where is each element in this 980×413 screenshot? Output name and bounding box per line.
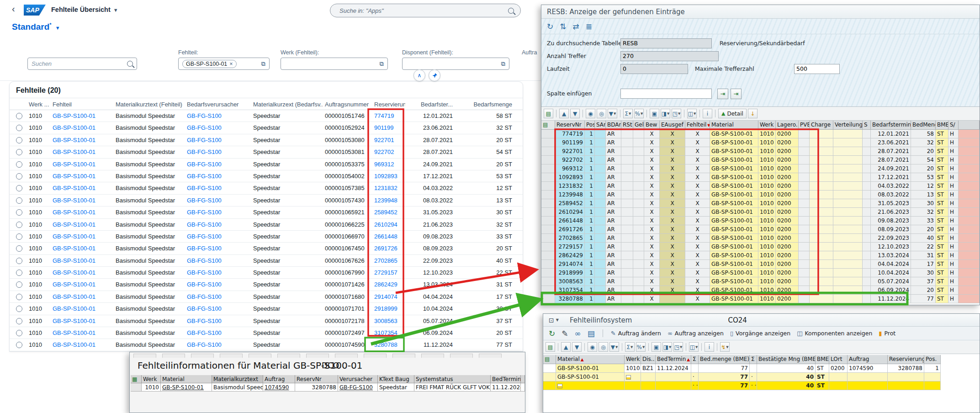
dco-header-auftrag[interactable]: Auftrag <box>263 375 295 383</box>
co24-grid-header[interactable]: ▤Material▲WerkDis..BedTermin▲ΣBed.menge … <box>543 355 980 364</box>
cell-fehlteil[interactable]: GB-SP-S100-01 <box>53 137 116 143</box>
table-row[interactable]: 1010GB-SP-S100-01Basismodul SpeedstarGB-… <box>10 134 523 146</box>
table-row[interactable]: 1010GB-SP-S100-01Basismodul SpeedstarGB-… <box>10 122 523 134</box>
resb-row[interactable]: 30085631ARXXXGB-SP-S100-011010020005.07.… <box>541 277 980 286</box>
button-pencil[interactable]: ✎Auftrag ändern <box>611 330 661 337</box>
search-icon[interactable] <box>508 8 514 14</box>
screen-icon[interactable]: ⊡ <box>549 317 554 324</box>
resb-header-eausgef[interactable]: EAusgef <box>660 121 685 130</box>
row-radio-button[interactable] <box>16 258 22 264</box>
log-icon[interactable]: ≣ <box>586 22 592 31</box>
row-radio-button[interactable] <box>16 281 22 288</box>
dco-header-termin[interactable]: BedTermin <box>491 375 521 383</box>
resb-row[interactable]: 27291571ARXXXGB-SP-S100-011010020012.10.… <box>541 243 980 251</box>
cell-res[interactable]: 3008563 <box>374 318 405 324</box>
cell-res[interactable]: 2729157 <box>374 269 405 276</box>
print-icon[interactable]: ▣ <box>652 342 661 352</box>
cell-res[interactable]: 3280788 <box>374 341 405 348</box>
doc-icon[interactable]: ▤ <box>588 329 595 338</box>
co24-header-menge[interactable]: Bed.menge (BME) <box>699 355 750 364</box>
cell-fehlteil[interactable]: GB-SP-S100-01 <box>53 305 116 312</box>
cell-res[interactable]: 1092893 <box>374 173 405 180</box>
cell-res[interactable]: 2610294 <box>374 221 405 228</box>
row-radio-button[interactable] <box>16 149 22 155</box>
resb-header-sar[interactable]: SAr <box>595 121 606 130</box>
resb-row[interactable]: 9011991ARXXXGB-SP-S100-011010020023.06.2… <box>541 138 980 147</box>
cell-verursacher[interactable]: GB-FG-S100 <box>187 112 252 119</box>
fehlteil-field[interactable]: GB-SP-S100-01× ⧉ <box>178 58 270 70</box>
row-radio-button[interactable] <box>16 222 22 228</box>
table-icon[interactable]: ◫▼ <box>687 109 697 118</box>
co24-header-auftrag[interactable]: Auftrag <box>848 355 888 364</box>
cell-res[interactable]: 1231832 <box>374 185 405 191</box>
resb-header-fill[interactable] <box>959 121 980 130</box>
co24-header-material[interactable]: Material▲ <box>556 355 625 364</box>
cell-fehlteil[interactable]: GB-SP-S100-01 <box>53 329 116 336</box>
cell-fehlteil[interactable]: GB-SP-S100-01 <box>53 173 116 180</box>
cell-verursacher[interactable]: GB-FG-S100 <box>187 233 252 240</box>
pencil-icon[interactable]: ✎ <box>562 329 568 338</box>
print-icon[interactable]: ▣ <box>650 109 659 118</box>
resb-row[interactable]: 10928931ARXXXGB-SP-S100-011010020017.12.… <box>541 173 980 182</box>
co24-row[interactable]: · ·77· ·40ST <box>543 381 980 390</box>
column-header-termin[interactable]: Bedarfster... <box>402 101 453 108</box>
cell-res[interactable]: 2589452 <box>374 209 405 216</box>
resb-header-lagerort[interactable]: Lagero... <box>776 121 799 130</box>
resb-row[interactable]: 12318321ARXXXGB-SP-S100-011010020004.03.… <box>541 182 980 191</box>
co24-row[interactable]: GB-SP-S100-011010BZ111.12.20247740ST0200… <box>543 364 980 373</box>
views-icon[interactable]: ◨▼ <box>662 342 672 352</box>
co24-header-lort[interactable]: LOrt <box>829 355 848 364</box>
cell-verursacher[interactable]: GB-FG-S100 <box>187 281 252 288</box>
resb-header-termin[interactable]: Bedarfstermin <box>871 121 911 130</box>
cell-fehlteil[interactable]: GB-SP-S100-01 <box>53 281 116 288</box>
button-components[interactable]: ◫Komponenten anzeigen <box>797 330 872 337</box>
spalte-input[interactable] <box>620 89 712 99</box>
remove-token-icon[interactable]: × <box>229 61 233 67</box>
button-operations[interactable]: ▯Vorgänge anzeigen <box>730 330 790 337</box>
cell-verursacher[interactable]: GB-FG-S100 <box>187 318 252 324</box>
dco-header-ktext[interactable]: KText Baug <box>378 375 414 383</box>
disponent-field[interactable]: ⧉ <box>402 58 509 70</box>
cell-res[interactable]: 2862429 <box>374 281 405 288</box>
cell-verursacher[interactable]: GB-FG-S100 <box>187 124 252 131</box>
cell-verursacher[interactable]: GB-FG-S100 <box>187 329 252 336</box>
dco-header-sel[interactable]: ▦ <box>131 375 142 383</box>
insert-column-button[interactable]: ⇥ <box>717 89 728 99</box>
views-icon[interactable]: ◨▼ <box>661 109 670 118</box>
column-header-auftrag[interactable]: Auftragsnummer <box>325 101 373 108</box>
co24-header-best[interactable]: Bestätigte Mng (BME) <box>757 355 816 364</box>
sum-icon[interactable]: Σ▼ <box>625 342 635 352</box>
werk-field[interactable]: ⧉ <box>281 58 388 70</box>
cell-verursacher[interactable]: GB-FG-S100 <box>187 209 252 216</box>
column-header-verursacher[interactable]: Bedarfsverursacher <box>187 101 252 108</box>
cell-res[interactable]: 2702865 <box>374 257 405 264</box>
resb-row[interactable]: 28624291ARXXXGB-SP-S100-011010020013.03.… <box>541 251 980 260</box>
dco-header-verurs[interactable]: Verursacher <box>338 375 378 383</box>
row-radio-button[interactable] <box>16 306 22 312</box>
cell-fehlteil[interactable]: GB-SP-S100-01 <box>53 185 116 191</box>
cell-fehlteil[interactable]: GB-SP-S100-01 <box>53 112 116 119</box>
insert-column-after-button[interactable]: ⇥ <box>731 89 742 99</box>
resb-header-bdar[interactable]: BDAr <box>606 121 621 130</box>
tabelle-value-field[interactable]: RESB <box>620 38 712 48</box>
table-row[interactable]: 1010GB-SP-S100-01Basismodul SpeedstarGB-… <box>10 195 523 206</box>
cell-res[interactable]: 969312 <box>374 161 405 168</box>
resb-header-sl[interactable]: S/ <box>948 121 959 130</box>
table-row[interactable]: 1010GB-SP-S100-01Basismodul SpeedstarGB-… <box>10 303 523 315</box>
co24-row[interactable]: GB-SP-S100-01·77·40ST <box>543 373 980 381</box>
resb-header-material[interactable]: Material <box>710 121 758 130</box>
resb-header-charge[interactable]: Charge <box>810 121 833 130</box>
cell-fehlteil[interactable]: GB-SP-S100-01 <box>53 245 116 252</box>
order-icon[interactable]: ↓ <box>748 109 758 118</box>
dco-link[interactable]: 1074590 <box>265 384 289 391</box>
resb-header-bme[interactable]: BME <box>936 121 948 130</box>
resb-row[interactable]: 27028651ARXXXGB-SP-S100-011010020022.09.… <box>541 234 980 243</box>
cell-fehlteil[interactable]: GB-SP-S100-01 <box>53 209 116 216</box>
cell-verursacher[interactable]: GB-FG-S100 <box>187 148 252 155</box>
resb-header-s[interactable]: S <box>863 121 871 130</box>
cell-fehlteil[interactable]: GB-SP-S100-01 <box>53 233 116 240</box>
search-icon[interactable] <box>127 61 133 67</box>
subtotal-icon[interactable]: %▼ <box>636 342 646 352</box>
filter-icon[interactable]: ▼▼ <box>608 109 617 118</box>
column-header-menge[interactable]: Bedarfsmenge <box>452 101 512 108</box>
